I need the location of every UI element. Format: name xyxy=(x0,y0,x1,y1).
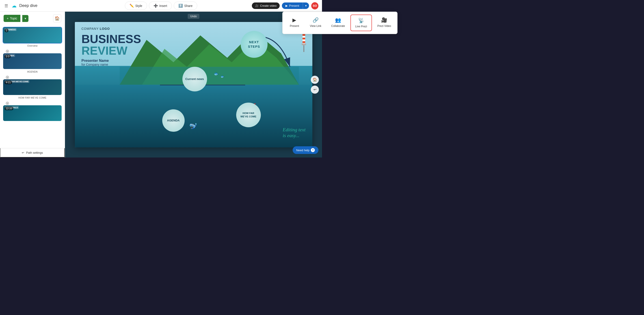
slide-item-3[interactable]: HOW FAR WE'VE COME 4-11 HOW FAR WE'VE CO… xyxy=(3,79,62,99)
path-settings-button[interactable]: ↩ Path settings xyxy=(0,148,65,158)
present-dropdown-label: Present xyxy=(290,24,299,28)
help-icon: ? xyxy=(311,148,315,152)
back-icon: ↩ xyxy=(314,88,316,92)
help-text: Need help xyxy=(296,148,310,152)
canvas-controls-top: Undo xyxy=(188,14,200,19)
slide-thumbnail-1: BUSINESS xyxy=(3,27,62,43)
current-news-text: Current news xyxy=(185,77,204,81)
sidebar: + Topic ▾ 🏠 BUSINESS 1 Overview xyxy=(0,12,65,158)
slide-title-business: BUSINESS xyxy=(82,33,141,45)
need-help-button[interactable]: Need help ? xyxy=(293,146,318,154)
logo-text: LOGO xyxy=(100,27,110,30)
svg-rect-2 xyxy=(120,67,299,85)
connector-dot-3 xyxy=(6,102,8,104)
play-icon: ▶ xyxy=(286,4,288,8)
insert-label: Insert xyxy=(159,4,167,8)
present-button[interactable]: ▶ Present xyxy=(282,2,303,9)
share-label: Share xyxy=(184,4,192,8)
mountains-svg xyxy=(120,22,299,85)
pencil-icon: ✏️ xyxy=(130,4,134,8)
how-far-text: HOW FARWE'VE COME xyxy=(240,112,256,118)
video-camera-icon: 🎥 xyxy=(255,4,258,8)
present-button-group: ▶ Present ▾ xyxy=(282,2,309,9)
slide-thumb-3: HOW FAR WE'VE COME 4-11 xyxy=(3,79,62,96)
insert-button[interactable]: ➕ Insert xyxy=(149,2,172,10)
link-icon: 🔗 xyxy=(312,17,319,23)
hamburger-menu-button[interactable]: ☰ xyxy=(4,2,9,9)
company-logo: COMPANY LOGO xyxy=(82,27,110,30)
slide-label-2: AGENDA xyxy=(3,70,62,73)
share-dropdown: ▶ Present 🔗 View Link 👥 Collaborate 📡 Li… xyxy=(282,12,322,34)
cloud-icon: ☁ xyxy=(12,3,16,9)
share-button[interactable]: ⬆️ Share xyxy=(174,2,197,10)
slide-number-4: 12-20 xyxy=(4,107,14,110)
company-name-text: for Company name xyxy=(82,63,141,66)
topic-label: Topic xyxy=(10,16,17,20)
view-link-label: View Link xyxy=(310,24,321,28)
topic-dropdown-button[interactable]: ▾ xyxy=(22,15,28,22)
slide-number-1: 1 xyxy=(4,29,8,32)
path-icon: ↩ xyxy=(22,151,24,154)
present-label: Present xyxy=(289,4,299,8)
slide-connector-2 xyxy=(3,76,62,79)
slide-thumb-1: BUSINESS 1 xyxy=(3,27,62,44)
share-option-viewlink[interactable]: 🔗 View Link xyxy=(306,14,322,31)
topic-add-button[interactable]: + Topic xyxy=(4,15,20,22)
agenda-text: AGENDA xyxy=(167,119,180,122)
present-dropdown-icon: ▶ xyxy=(292,17,296,23)
circle-how-far[interactable]: HOW FARWE'VE COME xyxy=(236,102,261,127)
slide-item-2[interactable]: AGENDA 2-3 AGENDA xyxy=(3,53,62,73)
create-video-label: Create video xyxy=(260,4,276,8)
path-settings-label: Path settings xyxy=(26,151,43,154)
upload-icon: ⬆️ xyxy=(178,4,183,8)
top-bar: ☰ ☁ Deep dive ✏️ Style ➕ Insert ⬆️ Share… xyxy=(0,0,322,12)
create-video-button[interactable]: 🎥 Create video xyxy=(252,2,280,9)
avatar[interactable]: SO xyxy=(311,2,318,10)
slide-bg-underwater xyxy=(75,85,312,148)
app-title: Deep dive xyxy=(19,3,38,8)
main-layout: + Topic ▾ 🏠 BUSINESS 1 Overview xyxy=(0,12,322,158)
chevron-down-icon: ▾ xyxy=(305,4,307,8)
slide-connector-1 xyxy=(3,50,62,53)
style-label: Style xyxy=(135,4,142,8)
presenter-name: Presenter Name xyxy=(82,59,141,63)
home-button[interactable]: 🏠 xyxy=(53,14,61,22)
slide-label-1: Overview xyxy=(3,44,62,47)
connector-dot-2 xyxy=(6,76,8,78)
canvas-nav-right: 🏠 ↩ xyxy=(311,76,319,94)
back-nav-button[interactable]: ↩ xyxy=(311,86,319,94)
slides-list: BUSINESS 1 Overview AGENDA 2-3 AGENDA xyxy=(0,25,65,158)
fish: 🐟 xyxy=(214,71,219,76)
slide-container[interactable]: 🐟 🐟 🤿 🚩 COMPANY LOGO BUSINESS REVIEW Pre… xyxy=(75,22,312,148)
slide-number-2: 2-3 xyxy=(4,55,11,58)
slide-thumb-4: NEW GOALS 12-20 xyxy=(3,105,62,122)
next-steps-text: NEXTSTEPS xyxy=(248,40,260,48)
slide-number-3: 4-11 xyxy=(4,81,12,84)
editing-text: Editing textis easy... xyxy=(282,127,306,138)
circle-agenda[interactable]: AGENDA xyxy=(162,109,185,132)
home-nav-icon: 🏠 xyxy=(312,78,317,82)
top-bar-left: ☰ ☁ Deep dive xyxy=(4,2,38,9)
slide-thumb-2: AGENDA 2-3 xyxy=(3,53,62,70)
fish-2: 🐟 xyxy=(220,74,224,78)
slide-item-4[interactable]: NEW GOALS 12-20 xyxy=(3,105,62,122)
connector-dot-1 xyxy=(6,50,8,52)
home-nav-button[interactable]: 🏠 xyxy=(311,76,319,84)
sidebar-header: + Topic ▾ 🏠 xyxy=(0,12,65,25)
slide-connector-3 xyxy=(3,102,62,105)
present-dropdown-button[interactable]: ▾ xyxy=(303,2,309,9)
home-icon: 🏠 xyxy=(55,16,60,21)
style-button[interactable]: ✏️ Style xyxy=(125,2,147,10)
slide-item-1[interactable]: BUSINESS 1 Overview xyxy=(3,27,62,47)
circle-next-steps[interactable]: NEXTSTEPS xyxy=(241,31,268,58)
slide-title-block: BUSINESS REVIEW Presenter Name for Compa… xyxy=(82,33,141,66)
plus-icon: + xyxy=(7,16,8,20)
undo-button[interactable]: Undo xyxy=(188,14,200,19)
top-bar-right: 🎥 Create video ▶ Present ▾ SO xyxy=(252,2,318,10)
slide-title-review: REVIEW xyxy=(82,45,141,56)
plus-circle-icon: ➕ xyxy=(154,4,158,8)
circle-current-news[interactable]: Current news xyxy=(182,67,207,92)
top-bar-center: ✏️ Style ➕ Insert ⬆️ Share xyxy=(125,2,198,10)
share-option-present[interactable]: ▶ Present xyxy=(284,14,304,31)
slide-label-3: HOW FAR WE'VE COME xyxy=(3,96,62,99)
